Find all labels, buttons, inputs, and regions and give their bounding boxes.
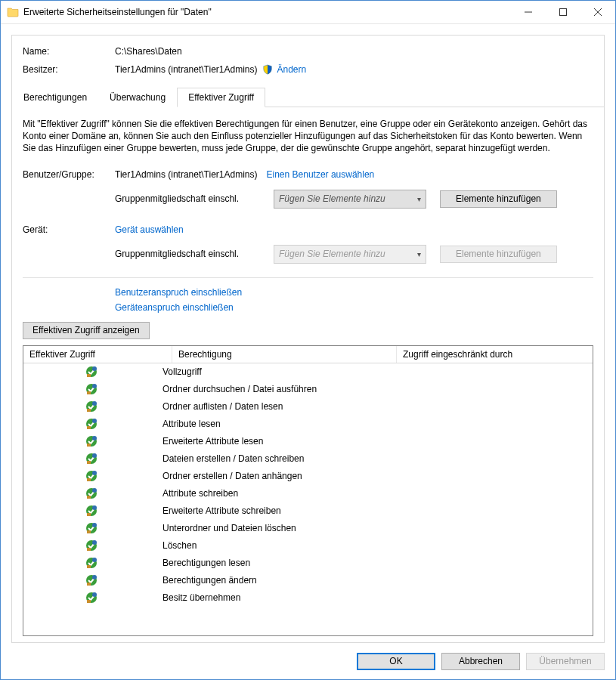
table-body[interactable]: VollzugriffOrdner durchsuchen / Datei au… [23,363,593,635]
svg-rect-29 [87,513,91,516]
svg-point-27 [92,488,97,493]
device-row: Gerät: Gerät auswählen [23,221,593,239]
permission-cell: Attribute schreiben [159,488,374,499]
user-membership-combo[interactable]: Fügen Sie Elemente hinzu ▾ [274,190,426,209]
col-limited-by[interactable]: Zugriff eingeschränkt durch [397,346,593,363]
svg-point-6 [92,366,97,371]
divider [23,277,593,278]
svg-point-24 [92,471,97,475]
user-membership-row: Gruppenmitgliedschaft einschl. Fügen Sie… [23,190,593,209]
allowed-icon [23,592,159,604]
device-membership-combo: Fügen Sie Elemente hinzu ▾ [274,245,426,264]
permission-cell: Unterordner und Dateien löschen [159,523,374,533]
apply-button: Übernehmen [526,653,605,670]
svg-rect-11 [87,409,91,412]
svg-point-9 [92,384,97,388]
col-permission[interactable]: Berechtigung [172,346,397,363]
svg-point-15 [92,419,97,423]
permission-cell: Löschen [159,540,374,551]
svg-rect-20 [87,461,91,464]
chevron-down-icon: ▾ [417,250,421,258]
table-row[interactable]: Attribute schreiben [23,485,593,502]
maximize-button[interactable] [546,1,580,23]
svg-rect-17 [87,444,91,447]
include-user-claim-link[interactable]: Benutzeranspruch einschließen [115,287,242,298]
tab-auditing[interactable]: Überwachung [98,88,177,107]
allowed-icon [23,539,159,552]
ok-button[interactable]: OK [357,653,435,670]
table-row[interactable]: Berechtigungen ändern [23,572,593,589]
svg-point-30 [92,505,97,510]
view-effective-access-button[interactable]: Effektiven Zugriff anzeigen [23,322,150,339]
change-owner-link[interactable]: Ändern [277,64,307,75]
table-row[interactable]: Erweiterte Attribute schreiben [23,502,593,520]
col-effective-access[interactable]: Effektiver Zugriff [23,346,172,363]
svg-point-18 [92,436,97,440]
tab-permissions[interactable]: Berechtigungen [12,88,98,107]
table-row[interactable]: Ordner auflisten / Daten lesen [23,398,593,416]
device-membership-label: Gruppenmitgliedschaft einschl. [115,249,274,259]
user-group-row: Benutzer/Gruppe: Tier1Admins (intranet\T… [23,165,593,184]
tab-effective-access[interactable]: Effektiver Zugriff [177,88,265,107]
tab-bar: Berechtigungen Überwachung Effektiver Zu… [12,87,604,107]
permission-cell: Ordner durchsuchen / Datei ausführen [159,384,374,394]
allowed-icon [23,383,159,395]
permission-cell: Dateien erstellen / Daten schreiben [159,453,374,464]
select-user-link[interactable]: Einen Benutzer auswählen [267,169,375,180]
permission-cell: Vollzugriff [159,366,374,377]
permission-cell: Besitz übernehmen [159,592,374,603]
table-row[interactable]: Unterordner und Dateien löschen [23,520,593,537]
svg-rect-26 [87,496,91,499]
svg-rect-41 [87,583,91,586]
svg-point-12 [92,401,97,406]
table-row[interactable]: Ordner durchsuchen / Datei ausführen [23,381,593,398]
minimize-button[interactable] [511,1,546,23]
allowed-icon [23,418,159,430]
svg-point-36 [92,540,97,545]
svg-rect-23 [87,478,91,481]
table-row[interactable]: Erweiterte Attribute lesen [23,433,593,450]
svg-point-42 [92,575,97,580]
table-row[interactable]: Löschen [23,537,593,555]
device-membership-row: Gruppenmitgliedschaft einschl. Fügen Sie… [23,245,593,264]
permission-cell: Erweiterte Attribute schreiben [159,505,374,516]
user-membership-label: Gruppenmitgliedschaft einschl. [115,193,274,204]
svg-rect-1 [560,9,567,16]
table-row[interactable]: Ordner erstellen / Daten anhängen [23,468,593,485]
close-button[interactable] [580,1,615,23]
owner-value: Tier1Admins (intranet\Tier1Admins) [115,64,258,75]
svg-point-45 [92,592,97,597]
allowed-icon [23,574,159,586]
device-add-elements-button: Elemente hinzufügen [440,246,557,263]
user-add-elements-button[interactable]: Elemente hinzufügen [440,190,557,208]
select-device-link[interactable]: Gerät auswählen [115,224,184,235]
svg-rect-8 [87,391,91,394]
svg-point-39 [92,558,97,562]
chevron-down-icon: ▾ [417,195,421,203]
user-group-label: Benutzer/Gruppe: [23,169,115,180]
window-title: Erweiterte Sicherheitseinstellungen für … [23,7,511,17]
permission-cell: Attribute lesen [159,419,374,429]
cancel-button[interactable]: Abbrechen [441,653,520,670]
device-membership-placeholder: Fügen Sie Elemente hinzu [279,249,385,259]
include-device-claim-link[interactable]: Geräteanspruch einschließen [115,302,234,313]
allowed-icon [23,470,159,482]
dialog-footer: OK Abbrechen Übernehmen [1,643,615,679]
name-label: Name: [23,46,115,57]
user-membership-placeholder: Fügen Sie Elemente hinzu [279,193,385,204]
allowed-icon [23,487,159,499]
table-row[interactable]: Attribute lesen [23,416,593,433]
table-row[interactable]: Vollzugriff [23,363,593,381]
svg-rect-35 [87,548,91,551]
owner-row: Besitzer: Tier1Admins (intranet\Tier1Adm… [23,64,593,75]
permissions-table: Effektiver Zugriff Berechtigung Zugriff … [23,345,593,636]
table-row[interactable]: Berechtigungen lesen [23,555,593,572]
advanced-security-window: Erweiterte Sicherheitseinstellungen für … [0,0,616,680]
table-row[interactable]: Besitz übernehmen [23,589,593,607]
svg-point-33 [92,523,97,527]
permission-cell: Ordner erstellen / Daten anhängen [159,471,374,481]
svg-rect-5 [87,374,91,377]
permission-cell: Ordner auflisten / Daten lesen [159,401,374,412]
table-row[interactable]: Dateien erstellen / Daten schreiben [23,450,593,468]
name-row: Name: C:\Shares\Daten [23,46,593,57]
